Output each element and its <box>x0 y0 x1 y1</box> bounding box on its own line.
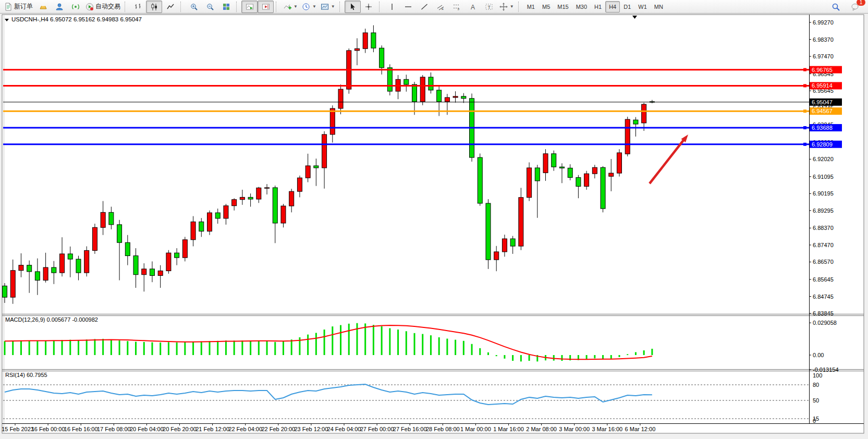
periods-button[interactable]: ▼ <box>300 1 319 13</box>
resistance-line-1-handle[interactable] <box>803 68 806 71</box>
auto-trading-button[interactable]: 自动交易 <box>83 1 123 13</box>
crosshair-button[interactable] <box>361 1 377 13</box>
candlestick-chart-button[interactable] <box>146 1 162 13</box>
candle-body <box>633 120 638 124</box>
chart-title[interactable]: USDCNH-,H4 6.95072 6.95162 6.94983 6.950… <box>5 16 142 22</box>
timeframe-m5-button[interactable]: M5 <box>539 1 554 13</box>
text-label-button[interactable]: T <box>481 1 497 13</box>
resistance-line-2-handle[interactable] <box>803 84 806 87</box>
svg-text:6.94567: 6.94567 <box>812 108 833 114</box>
candle-body <box>437 90 442 102</box>
timeframe-m30-button[interactable]: M30 <box>572 1 591 13</box>
labelT-icon: T <box>485 3 493 11</box>
text-button[interactable]: A <box>465 1 481 13</box>
candle-body <box>125 242 130 255</box>
macd-histogram-bar <box>422 334 423 355</box>
auto-scroll-button[interactable] <box>241 1 258 13</box>
vline-icon <box>388 3 396 11</box>
svg-text:6.93688: 6.93688 <box>812 125 833 131</box>
gold-icon-button[interactable] <box>35 1 51 13</box>
support-line-1-handle[interactable] <box>803 126 806 129</box>
market-watch-button[interactable] <box>51 1 67 13</box>
macd-histogram-bar <box>487 352 489 355</box>
svg-text:22 Feb 20:00: 22 Feb 20:00 <box>261 426 295 432</box>
timeframe-m15-button[interactable]: M15 <box>554 1 572 13</box>
pivot-line-handle[interactable] <box>803 109 806 113</box>
candle-body <box>429 77 433 90</box>
macd-histogram-bar <box>78 340 79 355</box>
timeframe-mn-button[interactable]: MN <box>651 1 667 13</box>
timeframe-w1-button[interactable]: W1 <box>634 1 651 13</box>
candle-body <box>494 252 499 260</box>
svg-text:A: A <box>471 3 475 10</box>
notifications-button[interactable]: 1 <box>847 1 863 13</box>
svg-text:6 Mar 12:00: 6 Mar 12:00 <box>625 426 656 432</box>
svg-text:6.89295: 6.89295 <box>813 208 834 214</box>
macd-histogram-bar <box>291 339 292 355</box>
macd-histogram-bar <box>348 324 350 355</box>
macd-histogram-bar <box>438 337 440 355</box>
neworder-icon <box>4 3 13 11</box>
support-line-2-handle[interactable] <box>803 143 806 146</box>
line-chart-button[interactable] <box>162 1 178 13</box>
svg-text:20 Feb 20:00: 20 Feb 20:00 <box>163 426 197 432</box>
timeframe-d1-button[interactable]: D1 <box>620 1 634 13</box>
pivot-badge: 6.94567 <box>810 107 842 115</box>
svg-text:16 Feb 00:00: 16 Feb 00:00 <box>31 426 65 432</box>
macd-histogram-bar <box>20 340 22 355</box>
candle-body <box>601 167 605 209</box>
search-button[interactable] <box>827 1 843 13</box>
toolbar-separator <box>339 2 343 12</box>
bar-chart-button[interactable] <box>130 1 146 13</box>
candle-body <box>92 227 97 250</box>
macd-histogram-bar <box>471 344 473 355</box>
new-order-button[interactable]: 新订单 <box>2 1 35 13</box>
signals-button[interactable] <box>67 1 83 13</box>
macd-histogram-bar <box>561 355 563 361</box>
timeframe-h1-button[interactable]: H1 <box>591 1 605 13</box>
fibonacci-button[interactable]: F <box>449 1 465 13</box>
svg-text:6.98370: 6.98370 <box>813 36 834 43</box>
timeframe-h4-button[interactable]: H4 <box>605 1 620 13</box>
channel-button[interactable]: E <box>433 1 449 13</box>
trendline-button[interactable] <box>417 1 433 13</box>
macd-histogram-bar <box>135 342 137 355</box>
candle-body <box>305 166 310 178</box>
tile-windows-button[interactable] <box>218 1 234 13</box>
macd-histogram-bar <box>94 339 95 355</box>
macd-histogram-bar <box>324 330 325 355</box>
macd-histogram-bar <box>479 348 481 355</box>
macd-histogram-bar <box>643 350 645 355</box>
macd-histogram-bar <box>127 341 128 355</box>
macd-histogram-bar <box>406 331 407 355</box>
toolbar-separator <box>379 2 383 12</box>
macd-histogram-bar <box>201 342 202 355</box>
macd-histogram-bar <box>610 355 612 359</box>
chart-shift-button[interactable] <box>258 1 274 13</box>
candle-body <box>142 269 146 275</box>
signal-icon <box>71 3 80 11</box>
macd-histogram-bar <box>332 326 333 355</box>
templates-button[interactable]: ▼ <box>319 1 337 13</box>
zoom-out-button[interactable] <box>202 1 218 13</box>
svg-text:6.88370: 6.88370 <box>813 225 834 231</box>
vertical-line-button[interactable] <box>384 1 400 13</box>
macd-histogram-bar <box>151 343 153 355</box>
macd-histogram-bar <box>102 339 104 355</box>
chart-window[interactable]: 6.992706.983706.974706.965456.956456.947… <box>0 14 868 439</box>
candle-body <box>133 256 138 275</box>
toolbar-separator <box>125 2 128 12</box>
zoom-in-button[interactable] <box>186 1 202 13</box>
arrows-button[interactable]: ▼ <box>497 1 516 13</box>
horizontal-line-button[interactable] <box>400 1 417 13</box>
cursor-button[interactable] <box>345 1 361 13</box>
candle-body <box>314 166 319 168</box>
candle-body <box>453 96 458 97</box>
candle-body <box>19 265 23 271</box>
add-indicator-button[interactable]: ▼ <box>281 1 300 13</box>
macd-histogram-bar <box>619 355 620 357</box>
svg-text:23 Feb 12:00: 23 Feb 12:00 <box>294 426 328 432</box>
timeframe-m1-button[interactable]: M1 <box>523 1 539 13</box>
candle-body <box>265 188 270 188</box>
candle-body <box>289 191 294 206</box>
